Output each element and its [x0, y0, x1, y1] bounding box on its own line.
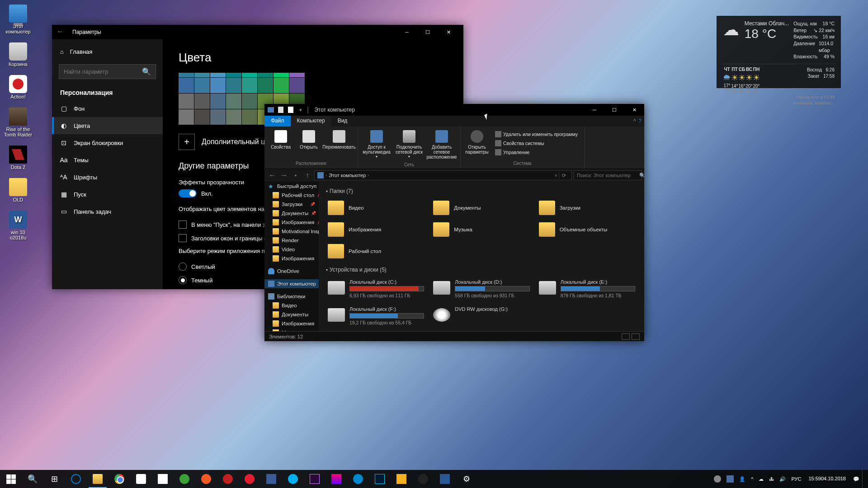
- nav-history-dropdown[interactable]: ▾: [291, 170, 301, 180]
- color-swatch[interactable]: [242, 78, 257, 93]
- color-swatch[interactable]: [226, 94, 241, 109]
- radio-light[interactable]: [179, 263, 187, 271]
- tree-render[interactable]: Render: [264, 236, 319, 245]
- color-swatch[interactable]: [210, 109, 226, 125]
- ribbon-sysprops[interactable]: Свойства системы: [493, 139, 580, 147]
- color-swatch[interactable]: [179, 94, 194, 109]
- color-swatch[interactable]: [179, 78, 194, 93]
- taskbar-vegas[interactable]: [260, 470, 282, 488]
- drives-section-header[interactable]: ▾Устройства и диски (5): [326, 267, 637, 273]
- color-swatch[interactable]: [242, 109, 257, 125]
- taskbar-clock[interactable]: 15:59 04.10.2018: [804, 470, 850, 488]
- tree-изображения[interactable]: Изображения: [264, 319, 319, 328]
- qat-props-icon[interactable]: [276, 105, 285, 114]
- color-swatch[interactable]: [210, 73, 226, 77]
- tree-документы[interactable]: Документы: [264, 310, 319, 319]
- home-nav[interactable]: ⌂Главная: [52, 44, 163, 60]
- taskbar-premiere[interactable]: [304, 470, 326, 488]
- desktop-icon-rise-of-the-tomb-raider[interactable]: Rise of the Tomb Raider: [2, 108, 34, 137]
- tray-app-icon[interactable]: [724, 470, 736, 488]
- desktop-icon-dota-2[interactable]: Dota 2: [2, 145, 34, 170]
- nav-back[interactable]: ←: [267, 170, 277, 180]
- folder-объемные объекты[interactable]: Объемные объекты: [537, 221, 637, 239]
- taskbar-settings[interactable]: ⚙: [456, 470, 477, 488]
- desktop-icon-old[interactable]: OLD: [2, 178, 34, 202]
- view-icons-button[interactable]: [632, 333, 640, 340]
- color-swatch[interactable]: [194, 94, 210, 109]
- color-swatch[interactable]: [226, 78, 241, 93]
- tray-onedrive-icon[interactable]: ☁: [756, 470, 766, 488]
- color-swatch[interactable]: [258, 73, 273, 77]
- folder-рабочий стол[interactable]: Рабочий стол: [326, 242, 426, 260]
- folder-загрузки[interactable]: Загрузки: [537, 199, 637, 217]
- taskbar-word[interactable]: [434, 470, 456, 488]
- settings-titlebar[interactable]: ← Параметры ─ ☐ ✕: [52, 25, 463, 39]
- tree-быстрый-доступ[interactable]: Быстрый доступ: [264, 182, 319, 191]
- nav-экран блокировки[interactable]: ⊡Экран блокировки: [52, 134, 163, 151]
- taskbar-mail[interactable]: [152, 470, 174, 488]
- drive-item[interactable]: DVD RW дисковод (G:): [431, 305, 531, 327]
- color-swatch[interactable]: [179, 73, 194, 77]
- explorer-titlebar[interactable]: ▾ | Этот компьютер ─ ☐ ✕: [264, 104, 644, 116]
- explorer-search-input[interactable]: [577, 173, 639, 178]
- color-swatch[interactable]: [289, 73, 305, 77]
- nav-шрифты[interactable]: ᴬAШрифты: [52, 169, 163, 186]
- ribbon-rename[interactable]: Переименовать: [323, 128, 355, 151]
- desktop-icon-этот-компьютер[interactable]: Этот компьютер: [2, 5, 34, 34]
- desktop-icon-win-10-o2018u[interactable]: Wwin 10 o2018u: [2, 211, 34, 240]
- tree-motivational-inspire[interactable]: Motivational Inspire: [264, 227, 319, 236]
- tray-user-icon[interactable]: [711, 470, 724, 488]
- color-swatch[interactable]: [226, 73, 241, 77]
- drive-item[interactable]: Локальный диск (D:)558 ГБ свободно из 93…: [431, 277, 531, 300]
- help-icon[interactable]: ?: [638, 118, 642, 124]
- ribbon-media-access[interactable]: Доступ к мультимедиа▾: [361, 128, 392, 160]
- qat-pc-icon[interactable]: [266, 105, 275, 114]
- taskbar-action[interactable]: [217, 470, 239, 488]
- nav-forward[interactable]: →: [279, 170, 289, 180]
- color-swatch[interactable]: [194, 109, 210, 125]
- ribbon-collapse-icon[interactable]: ^: [633, 118, 636, 124]
- qat-new-icon[interactable]: [286, 105, 295, 114]
- color-swatch[interactable]: [179, 109, 194, 125]
- desktop-icon-корзина[interactable]: Корзина: [2, 42, 34, 67]
- taskbar-ps[interactable]: [369, 470, 391, 488]
- ribbon-properties[interactable]: Свойства: [267, 128, 294, 151]
- tree-документы[interactable]: Документы📌: [264, 209, 319, 218]
- explorer-maximize-button[interactable]: ☐: [604, 104, 624, 116]
- drive-item[interactable]: Локальный диск (F:)19,2 ГБ свободно из 5…: [326, 305, 426, 327]
- color-swatch[interactable]: [242, 94, 257, 109]
- drive-item[interactable]: Локальный диск (E:)879 ГБ свободно из 1,…: [537, 277, 637, 300]
- nav-пуск[interactable]: ▦Пуск: [52, 186, 163, 203]
- tray-volume-icon[interactable]: 🔊: [777, 470, 788, 488]
- desktop-icon-action![interactable]: Action!: [2, 75, 34, 99]
- taskbar-chrome[interactable]: [108, 470, 130, 488]
- ribbon-open-settings[interactable]: Открыть параметры: [463, 128, 491, 156]
- taskbar-utorrent[interactable]: [174, 470, 195, 488]
- view-details-button[interactable]: [622, 333, 630, 340]
- radio-dark[interactable]: [179, 276, 187, 284]
- taskbar-steam[interactable]: [412, 470, 434, 488]
- tree-этот-компьютер[interactable]: Этот компьютер: [264, 279, 319, 288]
- folder-музыка[interactable]: Музыка: [431, 221, 531, 239]
- taskbar-taskview[interactable]: ⊞: [43, 470, 65, 488]
- explorer-close-button[interactable]: ✕: [624, 104, 644, 116]
- color-swatch[interactable]: [226, 109, 241, 125]
- tree-изображения[interactable]: Изображения📌: [264, 218, 319, 227]
- maximize-button[interactable]: ☐: [417, 25, 438, 39]
- ribbon-uninstall[interactable]: Удалить или изменить программу: [493, 130, 580, 138]
- settings-search[interactable]: 🔍: [59, 64, 156, 79]
- tab-file[interactable]: Файл: [264, 116, 291, 127]
- folder-изображения[interactable]: Изображения: [326, 221, 426, 239]
- nav-фон[interactable]: ▢Фон: [52, 100, 163, 117]
- nav-up[interactable]: ↑: [302, 170, 312, 180]
- taskbar-origin[interactable]: [195, 470, 217, 488]
- close-button[interactable]: ✕: [438, 25, 459, 39]
- taskbar-edge[interactable]: [65, 470, 87, 488]
- tab-computer[interactable]: Компьютер: [291, 116, 331, 127]
- color-swatch[interactable]: [194, 73, 210, 77]
- taskbar-skype[interactable]: [282, 470, 304, 488]
- folder-документы[interactable]: Документы: [431, 199, 531, 217]
- notifications-icon[interactable]: 💬: [850, 470, 862, 488]
- ribbon-open[interactable]: Открыть: [295, 128, 322, 151]
- tree-видео[interactable]: Видео: [264, 301, 319, 310]
